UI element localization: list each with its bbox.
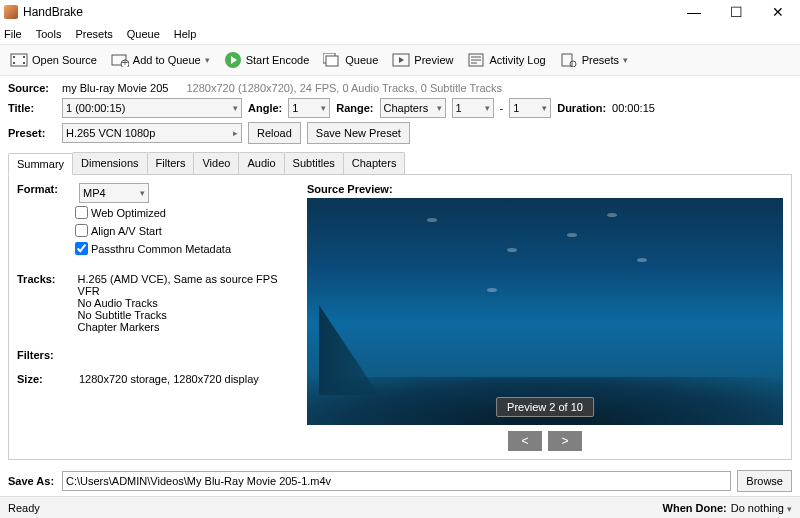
title-label: Title: [8,102,56,114]
source-name: my Blu-ray Movie 205 [62,82,168,94]
browse-button[interactable]: Browse [737,470,792,492]
when-done-dropdown[interactable]: Do nothing ▾ [731,502,792,514]
filters-label: Filters: [17,349,75,361]
presets-button[interactable]: Presets ▾ [556,46,632,74]
app-icon [4,5,18,19]
preview-button[interactable]: Preview [388,46,457,74]
source-details: 1280x720 (1280x720), 24 FPS, 0 Audio Tra… [187,82,503,94]
tab-subtitles[interactable]: Subtitles [284,152,344,174]
svg-marker-13 [399,57,404,63]
tracks-sub: No Subtitle Tracks [78,309,297,321]
add-to-queue-button[interactable]: + Add to Queue ▾ [107,46,214,74]
menu-file[interactable]: File [4,28,22,40]
queue-add-icon: + [111,52,129,68]
svg-point-19 [570,61,576,67]
activity-log-button[interactable]: Activity Log [463,46,549,74]
range-label: Range: [336,102,373,114]
queue-button[interactable]: Queue [319,46,382,74]
tab-chapters[interactable]: Chapters [343,152,406,174]
align-av-checkbox[interactable]: Align A/V Start [75,224,297,237]
svg-rect-2 [13,62,15,64]
tracks-video: H.265 (AMD VCE), Same as source FPS VFR [78,273,297,297]
range-dash: - [500,102,504,114]
menu-presets[interactable]: Presets [75,28,112,40]
source-preview-label: Source Preview: [307,183,783,195]
toolbar: Open Source + Add to Queue ▾ Start Encod… [0,44,800,76]
titlebar: HandBrake — ☐ ✕ [0,0,800,24]
chevron-down-icon: ▾ [623,55,628,65]
when-done-label: When Done: [663,502,727,514]
preview-next-button[interactable]: > [548,431,582,451]
range-to-dropdown[interactable]: 1▾ [509,98,551,118]
preview-icon [392,52,410,68]
angle-dropdown[interactable]: 1▾ [288,98,330,118]
open-source-button[interactable]: Open Source [6,46,101,74]
tab-video[interactable]: Video [193,152,239,174]
duration-label: Duration: [557,102,606,114]
chevron-down-icon: ▾ [205,55,210,65]
range-mode-dropdown[interactable]: Chapters▾ [380,98,446,118]
range-from-dropdown[interactable]: 1▾ [452,98,494,118]
size-label: Size: [17,373,75,385]
source-preview: Preview 2 of 10 [307,198,783,425]
preset-dropdown[interactable]: H.265 VCN 1080p▸ [62,123,242,143]
film-icon [10,52,28,68]
queue-icon [323,52,341,68]
tracks-audio: No Audio Tracks [78,297,297,309]
reload-button[interactable]: Reload [248,122,301,144]
svg-rect-11 [326,56,338,66]
tab-dimensions[interactable]: Dimensions [72,152,147,174]
size-value: 1280x720 storage, 1280x720 display [79,373,259,385]
preview-prev-button[interactable]: < [508,431,542,451]
source-label: Source: [8,82,56,94]
play-icon [224,52,242,68]
menu-queue[interactable]: Queue [127,28,160,40]
save-as-input[interactable] [62,471,731,491]
tabs: Summary Dimensions Filters Video Audio S… [8,152,792,175]
status-text: Ready [8,502,40,514]
preset-label: Preset: [8,127,56,139]
maximize-button[interactable]: ☐ [718,1,754,23]
save-as-label: Save As: [8,475,56,487]
preview-indicator: Preview 2 of 10 [496,397,594,417]
passthru-checkbox[interactable]: Passthru Common Metadata [75,242,297,255]
start-encode-button[interactable]: Start Encode [220,46,314,74]
svg-rect-1 [13,56,15,58]
tab-summary[interactable]: Summary [8,153,73,175]
log-icon [467,52,485,68]
save-new-preset-button[interactable]: Save New Preset [307,122,410,144]
format-label: Format: [17,183,75,195]
minimize-button[interactable]: — [676,1,712,23]
svg-rect-3 [23,56,25,58]
window-title: HandBrake [23,5,676,19]
title-dropdown[interactable]: 1 (00:00:15)▾ [62,98,242,118]
svg-rect-0 [11,54,27,66]
duration-value: 00:00:15 [612,102,655,114]
web-optimized-checkbox[interactable]: Web Optimized [75,206,297,219]
menubar: File Tools Presets Queue Help [0,24,800,44]
svg-rect-4 [23,62,25,64]
tab-filters[interactable]: Filters [147,152,195,174]
angle-label: Angle: [248,102,282,114]
tab-audio[interactable]: Audio [238,152,284,174]
format-dropdown[interactable]: MP4▾ [79,183,149,203]
menu-tools[interactable]: Tools [36,28,62,40]
gear-icon [560,52,578,68]
menu-help[interactable]: Help [174,28,197,40]
close-button[interactable]: ✕ [760,1,796,23]
svg-text:+: + [122,56,128,67]
tracks-chapters: Chapter Markers [78,321,297,333]
tracks-label: Tracks: [17,273,74,285]
